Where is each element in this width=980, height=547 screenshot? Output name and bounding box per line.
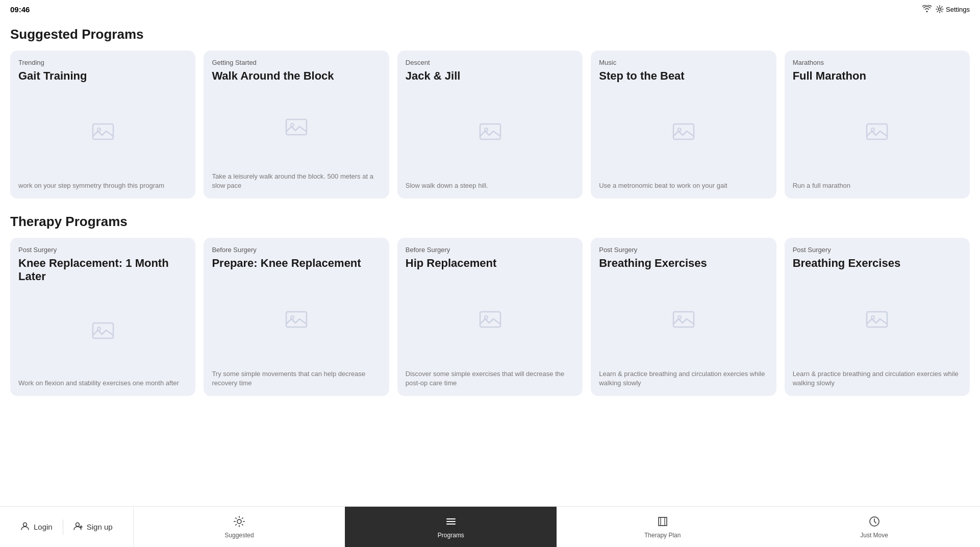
- main-content: Suggested Programs Trending Gait Trainin…: [0, 18, 980, 506]
- card-description: Learn & practice breathing and circulati…: [599, 369, 768, 388]
- card-description: Run a full marathon: [793, 181, 962, 190]
- card-title: Prepare: Knee Replacement: [212, 257, 381, 270]
- card-title: Breathing Exercises: [793, 257, 962, 270]
- card-description: Discover some simple exercises that will…: [406, 369, 574, 388]
- tab-suggested[interactable]: Suggested: [134, 507, 345, 547]
- svg-point-20: [871, 316, 874, 319]
- svg-rect-17: [673, 312, 694, 327]
- card-description: Try some simple movements that can help …: [212, 369, 381, 388]
- card-title: Walk Around the Block: [212, 69, 381, 83]
- card-title: Full Marathon: [793, 69, 962, 83]
- card-title: Gait Training: [18, 69, 187, 83]
- suggested-card-2[interactable]: Descent Jack & Jill Slow walk down a ste…: [397, 51, 583, 198]
- card-image: [406, 88, 574, 176]
- svg-point-10: [871, 128, 874, 131]
- wifi-icon: [922, 5, 932, 14]
- svg-point-12: [97, 327, 100, 330]
- suggested-tab-label: Suggested: [224, 532, 254, 539]
- suggested-card-4[interactable]: Marathons Full Marathon Run a full marat…: [785, 51, 970, 198]
- suggested-tab-icon: [233, 515, 245, 530]
- tab-therapy-plan[interactable]: Therapy Plan: [557, 507, 768, 547]
- therapy-card-2[interactable]: Before Surgery Hip Replacement Discover …: [397, 238, 583, 396]
- programs-tab-icon: [445, 515, 457, 530]
- therapy-cards-row: Post Surgery Knee Replacement: 1 Month L…: [10, 238, 970, 396]
- card-title: Jack & Jill: [406, 69, 574, 83]
- svg-rect-5: [480, 124, 500, 139]
- just-move-tab-label: Just Move: [860, 532, 888, 539]
- card-category: Descent: [406, 59, 574, 66]
- card-title: Knee Replacement: 1 Month Later: [18, 257, 187, 284]
- therapy-tab-icon: [657, 515, 669, 530]
- signup-label: Sign up: [87, 523, 113, 531]
- card-image: [406, 275, 574, 364]
- svg-rect-13: [286, 312, 307, 327]
- svg-point-14: [291, 316, 294, 319]
- status-icons: Settings: [922, 5, 970, 14]
- suggested-cards-row: Trending Gait Training work on your step…: [10, 51, 970, 198]
- svg-rect-19: [867, 312, 887, 327]
- bottom-nav: Login Sign up Suggested: [0, 506, 980, 547]
- svg-point-22: [76, 523, 79, 527]
- login-icon: [20, 521, 30, 532]
- card-image: [793, 88, 962, 176]
- card-image: [212, 275, 381, 364]
- svg-rect-11: [93, 323, 113, 338]
- login-label: Login: [34, 523, 53, 531]
- signup-icon: [73, 521, 83, 532]
- card-description: Take a leisurely walk around the block. …: [212, 172, 381, 190]
- card-description: Use a metronomic beat to work on your ga…: [599, 181, 768, 190]
- card-title: Hip Replacement: [406, 257, 574, 270]
- status-time: 09:46: [10, 5, 30, 14]
- svg-rect-7: [673, 124, 694, 139]
- therapy-card-1[interactable]: Before Surgery Prepare: Knee Replacement…: [204, 238, 389, 396]
- programs-tab-label: Programs: [438, 532, 464, 539]
- nav-left-area: Login Sign up: [0, 507, 134, 547]
- svg-point-18: [678, 316, 681, 319]
- card-category: Before Surgery: [212, 246, 381, 254]
- therapy-card-3[interactable]: Post Surgery Breathing Exercises Learn &…: [591, 238, 776, 396]
- card-category: Before Surgery: [406, 246, 574, 254]
- therapy-card-0[interactable]: Post Surgery Knee Replacement: 1 Month L…: [10, 238, 195, 396]
- card-description: work on your step symmetry through this …: [18, 181, 187, 190]
- card-category: Post Surgery: [18, 246, 187, 254]
- status-bar: 09:46 Settings: [0, 0, 980, 18]
- tab-programs[interactable]: Programs: [345, 507, 557, 547]
- svg-rect-9: [867, 124, 887, 139]
- card-category: Trending: [18, 59, 187, 66]
- card-category: Post Surgery: [599, 246, 768, 254]
- svg-rect-3: [286, 119, 307, 135]
- card-description: Learn & practice breathing and circulati…: [793, 369, 962, 388]
- card-category: Getting Started: [212, 59, 381, 66]
- svg-point-4: [291, 123, 294, 127]
- card-image: [18, 88, 187, 176]
- just-move-tab-icon: [868, 515, 881, 530]
- card-image: [599, 275, 768, 364]
- svg-rect-15: [480, 312, 500, 327]
- card-category: Post Surgery: [793, 246, 962, 254]
- suggested-card-0[interactable]: Trending Gait Training work on your step…: [10, 51, 195, 198]
- svg-point-8: [678, 128, 681, 131]
- card-image: [793, 275, 962, 364]
- card-category: Marathons: [793, 59, 962, 66]
- therapy-tab-label: Therapy Plan: [644, 532, 681, 539]
- card-image: [212, 88, 381, 166]
- card-title: Breathing Exercises: [599, 257, 768, 270]
- card-image: [18, 289, 187, 374]
- suggested-programs-title: Suggested Programs: [10, 27, 970, 42]
- svg-point-0: [939, 8, 941, 11]
- therapy-card-4[interactable]: Post Surgery Breathing Exercises Learn &…: [785, 238, 970, 396]
- card-description: Work on flexion and stability exercises …: [18, 379, 187, 388]
- suggested-card-1[interactable]: Getting Started Walk Around the Block Ta…: [204, 51, 389, 198]
- svg-rect-1: [93, 124, 113, 139]
- card-image: [599, 88, 768, 176]
- card-description: Slow walk down a steep hill.: [406, 181, 574, 190]
- card-category: Music: [599, 59, 768, 66]
- card-title: Step to the Beat: [599, 69, 768, 83]
- settings-button[interactable]: Settings: [936, 5, 970, 13]
- login-button[interactable]: Login: [10, 516, 63, 537]
- svg-point-2: [97, 128, 100, 131]
- signup-button[interactable]: Sign up: [63, 516, 123, 537]
- therapy-programs-title: Therapy Programs: [10, 214, 970, 230]
- suggested-card-3[interactable]: Music Step to the Beat Use a metronomic …: [591, 51, 776, 198]
- tab-just-move[interactable]: Just Move: [768, 507, 980, 547]
